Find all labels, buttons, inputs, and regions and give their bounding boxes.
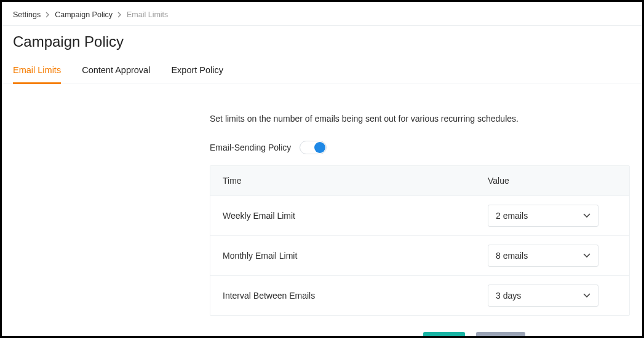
tabs: Email Limits Content Approval Export Pol… [2, 54, 642, 84]
tab-email-limits[interactable]: Email Limits [13, 65, 61, 84]
actions: Save Cancel [210, 316, 630, 338]
chevron-down-icon [583, 293, 590, 298]
breadcrumb: Settings Campaign Policy Email Limits [2, 2, 642, 26]
email-sending-policy-row: Email-Sending Policy [210, 141, 630, 154]
email-sending-policy-toggle[interactable] [300, 141, 327, 154]
table-row: Interval Between Emails 3 days [210, 276, 629, 315]
select-value: 2 emails [496, 211, 528, 221]
chevron-down-icon [583, 253, 590, 258]
breadcrumb-settings[interactable]: Settings [13, 10, 41, 19]
select-value: 8 emails [496, 251, 528, 261]
limits-table: Time Value Weekly Email Limit 2 emails M… [210, 165, 630, 316]
select-value: 3 days [496, 291, 521, 301]
table-row: Weekly Email Limit 2 emails [210, 196, 629, 236]
row-label-interval: Interval Between Emails [223, 291, 488, 301]
page-title: Campaign Policy [2, 26, 642, 54]
row-label-weekly: Weekly Email Limit [223, 211, 488, 221]
monthly-email-limit-select[interactable]: 8 emails [488, 245, 598, 267]
table-row: Monthly Email Limit 8 emails [210, 236, 629, 276]
tab-export-policy[interactable]: Export Policy [171, 65, 223, 84]
chevron-down-icon [583, 213, 590, 218]
column-header-value: Value [488, 176, 617, 186]
chevron-right-icon [117, 12, 122, 18]
description-text: Set limits on the number of emails being… [210, 114, 630, 124]
table-header: Time Value [210, 166, 629, 196]
breadcrumb-campaign-policy[interactable]: Campaign Policy [55, 10, 113, 19]
chevron-right-icon [46, 12, 50, 18]
email-sending-policy-label: Email-Sending Policy [210, 143, 291, 152]
breadcrumb-current: Email Limits [127, 10, 168, 19]
interval-between-emails-select[interactable]: 3 days [488, 285, 598, 307]
cancel-button[interactable]: Cancel [476, 332, 525, 338]
weekly-email-limit-select[interactable]: 2 emails [488, 205, 598, 227]
row-label-monthly: Monthly Email Limit [223, 251, 488, 261]
tab-content-approval[interactable]: Content Approval [82, 65, 150, 84]
column-header-time: Time [223, 176, 488, 186]
save-button[interactable]: Save [423, 332, 465, 338]
content: Set limits on the number of emails being… [210, 84, 630, 338]
toggle-knob [314, 142, 325, 153]
